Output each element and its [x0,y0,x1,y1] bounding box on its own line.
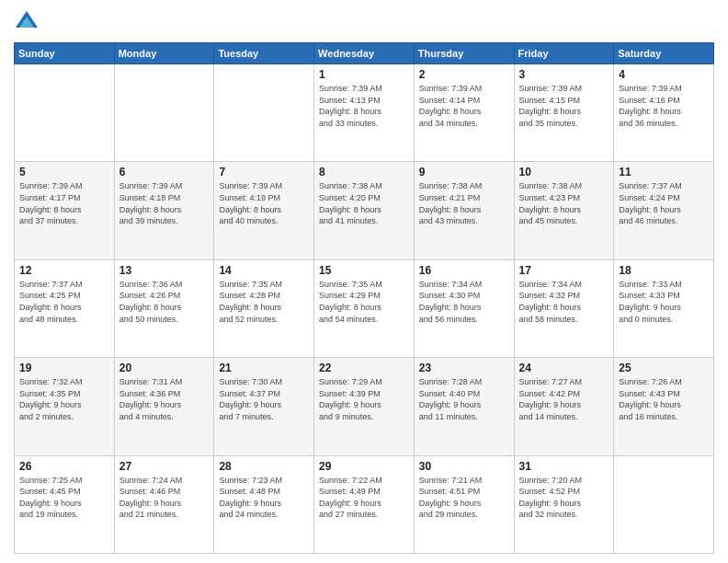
calendar-cell: 28Sunrise: 7:23 AM Sunset: 4:48 PM Dayli… [214,455,314,553]
calendar-header-thursday: Thursday [414,43,514,64]
day-info: Sunrise: 7:38 AM Sunset: 4:23 PM Dayligh… [519,180,609,226]
day-number: 19 [19,362,109,374]
calendar-header-sunday: Sunday [15,43,115,64]
day-number: 2 [419,68,509,81]
calendar-table: SundayMondayTuesdayWednesdayThursdayFrid… [14,42,714,554]
day-number: 7 [219,166,309,178]
calendar-header-saturday: Saturday [614,43,714,64]
day-info: Sunrise: 7:39 AM Sunset: 4:17 PM Dayligh… [19,180,109,226]
day-info: Sunrise: 7:21 AM Sunset: 4:51 PM Dayligh… [419,475,509,521]
day-info: Sunrise: 7:27 AM Sunset: 4:42 PM Dayligh… [519,376,609,422]
day-number: 11 [619,166,709,178]
day-number: 15 [319,264,409,277]
day-number: 17 [519,264,609,277]
calendar-cell: 12Sunrise: 7:37 AM Sunset: 4:25 PM Dayli… [15,259,115,357]
day-number: 18 [619,264,709,277]
calendar-header-monday: Monday [114,43,214,64]
calendar-cell: 19Sunrise: 7:32 AM Sunset: 4:35 PM Dayli… [15,358,115,455]
calendar-cell: 21Sunrise: 7:30 AM Sunset: 4:37 PM Dayli… [214,358,314,455]
day-info: Sunrise: 7:37 AM Sunset: 4:25 PM Dayligh… [19,279,109,325]
day-number: 25 [619,362,709,374]
calendar-cell: 30Sunrise: 7:21 AM Sunset: 4:51 PM Dayli… [414,455,514,553]
day-number: 23 [419,362,509,374]
day-info: Sunrise: 7:36 AM Sunset: 4:26 PM Dayligh… [119,279,210,325]
day-info: Sunrise: 7:24 AM Sunset: 4:46 PM Dayligh… [119,475,210,521]
day-number: 12 [19,264,109,277]
calendar-cell: 23Sunrise: 7:28 AM Sunset: 4:40 PM Dayli… [414,358,514,455]
day-info: Sunrise: 7:25 AM Sunset: 4:45 PM Dayligh… [19,475,109,521]
calendar-cell: 17Sunrise: 7:34 AM Sunset: 4:32 PM Dayli… [514,259,614,357]
day-number: 20 [119,362,210,374]
day-info: Sunrise: 7:31 AM Sunset: 4:36 PM Dayligh… [119,376,210,422]
day-info: Sunrise: 7:39 AM Sunset: 4:19 PM Dayligh… [219,180,309,226]
day-info: Sunrise: 7:22 AM Sunset: 4:49 PM Dayligh… [319,475,409,521]
day-info: Sunrise: 7:32 AM Sunset: 4:35 PM Dayligh… [19,376,109,422]
calendar-week-1: 1Sunrise: 7:39 AM Sunset: 4:13 PM Daylig… [15,64,714,162]
header [14,9,714,35]
day-number: 28 [219,460,309,473]
day-info: Sunrise: 7:39 AM Sunset: 4:13 PM Dayligh… [319,83,409,129]
day-number: 8 [319,166,409,178]
day-number: 27 [119,460,210,473]
calendar-header-tuesday: Tuesday [214,43,314,64]
calendar-cell: 15Sunrise: 7:35 AM Sunset: 4:29 PM Dayli… [314,259,415,357]
day-info: Sunrise: 7:39 AM Sunset: 4:14 PM Dayligh… [419,83,509,129]
calendar-week-2: 5Sunrise: 7:39 AM Sunset: 4:17 PM Daylig… [15,162,714,259]
logo-icon [14,9,40,35]
day-info: Sunrise: 7:28 AM Sunset: 4:40 PM Dayligh… [419,376,509,422]
day-number: 1 [319,68,409,81]
day-info: Sunrise: 7:37 AM Sunset: 4:24 PM Dayligh… [619,180,709,226]
day-info: Sunrise: 7:20 AM Sunset: 4:52 PM Dayligh… [519,475,609,521]
calendar-cell: 24Sunrise: 7:27 AM Sunset: 4:42 PM Dayli… [514,358,614,455]
calendar-cell: 29Sunrise: 7:22 AM Sunset: 4:49 PM Dayli… [314,455,415,553]
day-info: Sunrise: 7:34 AM Sunset: 4:30 PM Dayligh… [419,279,509,325]
page: SundayMondayTuesdayWednesdayThursdayFrid… [0,0,728,563]
day-number: 31 [519,460,609,473]
day-number: 3 [519,68,609,81]
calendar-cell: 11Sunrise: 7:37 AM Sunset: 4:24 PM Dayli… [614,162,714,259]
calendar-cell: 14Sunrise: 7:35 AM Sunset: 4:28 PM Dayli… [214,259,314,357]
calendar-cell: 18Sunrise: 7:33 AM Sunset: 4:33 PM Dayli… [614,259,714,357]
calendar-cell: 4Sunrise: 7:39 AM Sunset: 4:16 PM Daylig… [614,64,714,162]
calendar-header-row: SundayMondayTuesdayWednesdayThursdayFrid… [15,43,714,64]
calendar-cell: 10Sunrise: 7:38 AM Sunset: 4:23 PM Dayli… [514,162,614,259]
calendar-cell: 8Sunrise: 7:38 AM Sunset: 4:20 PM Daylig… [314,162,415,259]
day-info: Sunrise: 7:26 AM Sunset: 4:43 PM Dayligh… [619,376,709,422]
calendar-cell [614,455,714,553]
calendar-cell: 27Sunrise: 7:24 AM Sunset: 4:46 PM Dayli… [114,455,214,553]
day-number: 22 [319,362,409,374]
day-info: Sunrise: 7:39 AM Sunset: 4:15 PM Dayligh… [519,83,609,129]
day-info: Sunrise: 7:38 AM Sunset: 4:20 PM Dayligh… [319,180,409,226]
calendar-cell [114,64,214,162]
calendar-cell: 3Sunrise: 7:39 AM Sunset: 4:15 PM Daylig… [514,64,614,162]
day-info: Sunrise: 7:39 AM Sunset: 4:18 PM Dayligh… [119,180,210,226]
day-number: 29 [319,460,409,473]
calendar-cell: 31Sunrise: 7:20 AM Sunset: 4:52 PM Dayli… [514,455,614,553]
day-number: 10 [519,166,609,178]
calendar-cell: 13Sunrise: 7:36 AM Sunset: 4:26 PM Dayli… [114,259,214,357]
day-number: 5 [19,166,109,178]
calendar-cell: 9Sunrise: 7:38 AM Sunset: 4:21 PM Daylig… [414,162,514,259]
calendar-cell: 6Sunrise: 7:39 AM Sunset: 4:18 PM Daylig… [114,162,214,259]
day-info: Sunrise: 7:33 AM Sunset: 4:33 PM Dayligh… [619,279,709,325]
logo [14,9,43,35]
day-number: 26 [19,460,109,473]
day-number: 14 [219,264,309,277]
calendar-cell: 26Sunrise: 7:25 AM Sunset: 4:45 PM Dayli… [15,455,115,553]
day-info: Sunrise: 7:39 AM Sunset: 4:16 PM Dayligh… [619,83,709,129]
day-info: Sunrise: 7:34 AM Sunset: 4:32 PM Dayligh… [519,279,609,325]
calendar-week-3: 12Sunrise: 7:37 AM Sunset: 4:25 PM Dayli… [15,259,714,357]
calendar-cell: 1Sunrise: 7:39 AM Sunset: 4:13 PM Daylig… [314,64,415,162]
day-info: Sunrise: 7:23 AM Sunset: 4:48 PM Dayligh… [219,475,309,521]
calendar-cell [15,64,115,162]
day-number: 9 [419,166,509,178]
day-info: Sunrise: 7:35 AM Sunset: 4:28 PM Dayligh… [219,279,309,325]
day-info: Sunrise: 7:29 AM Sunset: 4:39 PM Dayligh… [319,376,409,422]
day-number: 16 [419,264,509,277]
calendar-week-4: 19Sunrise: 7:32 AM Sunset: 4:35 PM Dayli… [15,358,714,455]
calendar-cell [214,64,314,162]
calendar-header-friday: Friday [514,43,614,64]
calendar-cell: 20Sunrise: 7:31 AM Sunset: 4:36 PM Dayli… [114,358,214,455]
day-number: 6 [119,166,210,178]
day-number: 24 [519,362,609,374]
